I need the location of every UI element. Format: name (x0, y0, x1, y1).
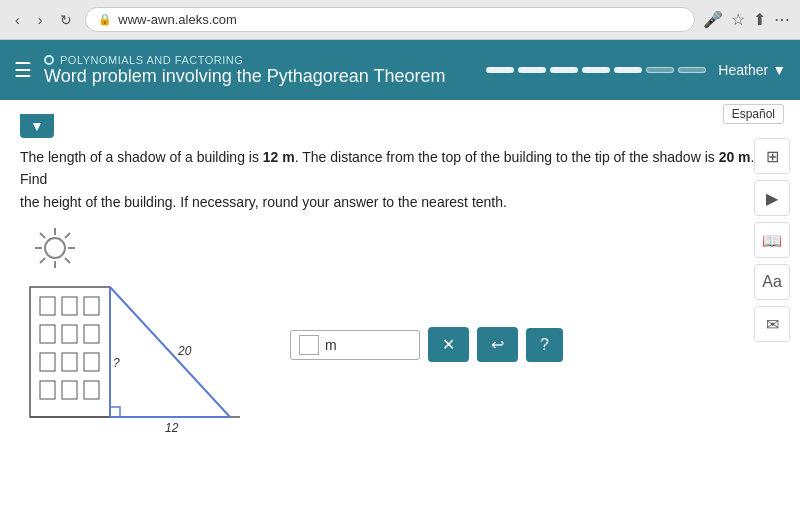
clear-button[interactable]: ✕ (428, 327, 469, 362)
svg-rect-10 (40, 297, 55, 315)
svg-text:20: 20 (177, 344, 192, 358)
svg-rect-15 (84, 325, 99, 343)
problem-text: The length of a shadow of a building is … (20, 138, 780, 213)
progress-seg-4 (582, 67, 610, 73)
svg-rect-16 (40, 353, 55, 371)
svg-rect-12 (84, 297, 99, 315)
answer-input-box (299, 335, 319, 355)
svg-line-6 (65, 258, 70, 263)
header-title: Word problem involving the Pythagorean T… (44, 66, 474, 87)
book-icon: 📖 (762, 231, 782, 250)
text-size-icon: Aa (762, 273, 782, 291)
svg-rect-26 (110, 407, 120, 417)
header-subtitle: POLYNOMIALS AND FACTORING (44, 54, 474, 66)
user-area[interactable]: Heather ▼ (718, 62, 786, 78)
video-button[interactable]: ▶ (754, 180, 790, 216)
svg-rect-17 (62, 353, 77, 371)
progress-bar-container (486, 67, 706, 73)
progress-seg-2 (518, 67, 546, 73)
answer-input-wrapper: m (290, 330, 420, 360)
svg-line-5 (40, 233, 45, 238)
progress-seg-5 (614, 67, 642, 73)
forward-button[interactable]: › (33, 10, 48, 30)
svg-line-23 (110, 287, 230, 417)
svg-text:12: 12 (165, 421, 179, 435)
menu-dots-button[interactable]: ⋯ (774, 10, 790, 29)
user-dropdown-icon: ▼ (772, 62, 786, 78)
svg-point-0 (45, 238, 65, 258)
circle-icon (44, 55, 54, 65)
progress-seg-1 (486, 67, 514, 73)
svg-rect-20 (62, 381, 77, 399)
svg-text:?: ? (113, 356, 120, 370)
lock-icon: 🔒 (98, 13, 112, 26)
progress-seg-3 (550, 67, 578, 73)
app-header: ☰ POLYNOMIALS AND FACTORING Word problem… (0, 40, 800, 100)
right-sidebar: ⊞ ▶ 📖 Aa ✉ (754, 128, 790, 517)
help-button[interactable]: ? (526, 328, 563, 362)
progress-seg-7 (678, 67, 706, 73)
username: Heather (718, 62, 768, 78)
main-content: ▼ The length of a shadow of a building i… (0, 128, 800, 517)
browser-chrome: ‹ › ↻ 🔒 www-awn.aleks.com 🎤 ☆ ⬆ ⋯ (0, 0, 800, 40)
espanol-bar: Español (0, 100, 800, 128)
svg-line-7 (65, 233, 70, 238)
dropdown-toggle-button[interactable]: ▼ (20, 114, 54, 138)
address-bar[interactable]: 🔒 www-awn.aleks.com (85, 7, 695, 32)
sun-icon (30, 223, 80, 273)
svg-rect-11 (62, 297, 77, 315)
unit-label: m (325, 337, 337, 353)
url-text: www-awn.aleks.com (118, 12, 236, 27)
mic-button[interactable]: 🎤 (703, 10, 723, 29)
refresh-button[interactable]: ↻ (55, 10, 77, 30)
building-diagram-svg: 20 ? 12 (20, 277, 260, 467)
svg-rect-21 (84, 381, 99, 399)
svg-rect-18 (84, 353, 99, 371)
browser-actions: 🎤 ☆ ⬆ ⋯ (703, 10, 790, 29)
svg-rect-19 (40, 381, 55, 399)
hamburger-menu-button[interactable]: ☰ (14, 58, 32, 82)
svg-rect-13 (40, 325, 55, 343)
mail-icon: ✉ (766, 315, 779, 334)
back-button[interactable]: ‹ (10, 10, 25, 30)
text-size-button[interactable]: Aa (754, 264, 790, 300)
book-button[interactable]: 📖 (754, 222, 790, 258)
subtitle-text: POLYNOMIALS AND FACTORING (60, 54, 243, 66)
mail-button[interactable]: ✉ (754, 306, 790, 342)
answer-section: m ✕ ↩ ? (290, 327, 563, 362)
progress-seg-6 (646, 67, 674, 73)
bookmark-button[interactable]: ☆ (731, 10, 745, 29)
share-button[interactable]: ⬆ (753, 10, 766, 29)
espanol-button[interactable]: Español (723, 104, 784, 124)
svg-line-8 (40, 258, 45, 263)
calculator-button[interactable]: ⊞ (754, 138, 790, 174)
sun-container (30, 223, 780, 277)
header-content: POLYNOMIALS AND FACTORING Word problem i… (44, 54, 474, 87)
undo-button[interactable]: ↩ (477, 327, 518, 362)
svg-rect-14 (62, 325, 77, 343)
calculator-icon: ⊞ (766, 147, 779, 166)
video-icon: ▶ (766, 189, 778, 208)
diagram-container: 20 ? 12 (20, 277, 270, 477)
